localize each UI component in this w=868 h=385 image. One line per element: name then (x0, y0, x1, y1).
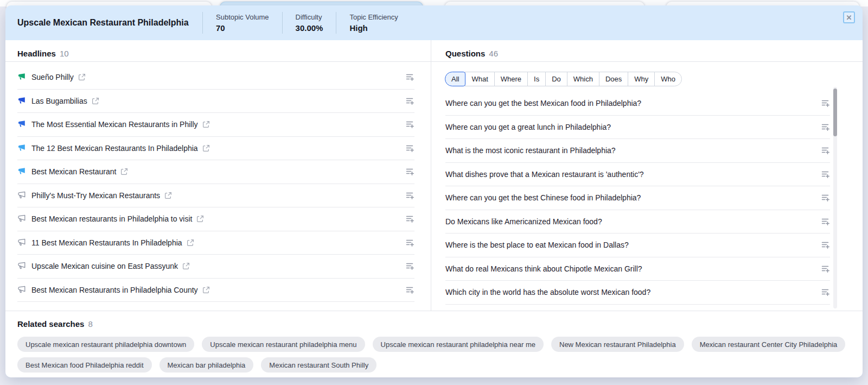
external-link-icon[interactable] (196, 215, 204, 223)
headlines-count: 10 (60, 49, 69, 58)
questions-count: 46 (489, 49, 498, 58)
metric: Difficulty 30.00% (282, 5, 336, 40)
add-to-list-icon[interactable] (821, 193, 830, 202)
add-to-list-icon[interactable] (406, 191, 414, 200)
add-to-list-icon[interactable] (406, 120, 414, 129)
add-to-list-icon[interactable] (406, 144, 414, 153)
related-search-chip[interactable]: New Mexican restaurant Philadelphia (551, 337, 684, 352)
question-text: Where is the best place to eat Mexican f… (445, 241, 629, 249)
headline-link[interactable]: Best Mexican Restaurant (31, 167, 116, 176)
headline-link[interactable]: 11 Best Mexican Restaurants In Philadelp… (31, 238, 182, 247)
question-filter-button[interactable]: Do (545, 72, 567, 86)
question-filter-button[interactable]: All (445, 72, 465, 86)
question-text: What is the most iconic restaurant in Ph… (445, 146, 616, 155)
questions-scrollbar-track[interactable] (833, 87, 837, 308)
question-filter-button[interactable]: Is (527, 72, 546, 86)
megaphone-icon (17, 191, 26, 200)
add-to-list-icon[interactable] (821, 288, 830, 296)
related-search-chip[interactable]: Mexican restaurant South Philly (261, 357, 376, 373)
external-link-icon[interactable] (120, 168, 128, 175)
add-to-list-icon[interactable] (821, 99, 830, 108)
question-filter-button[interactable]: Who (654, 72, 682, 86)
add-to-list-icon[interactable] (406, 214, 414, 223)
related-searches-section: Related searches 8 Upscale mexican resta… (5, 311, 863, 377)
headline-link[interactable]: The Most Essential Mexican Restaurants i… (31, 120, 198, 129)
questions-title: Questions (445, 49, 485, 58)
headline-row: Philly's Must-Try Mexican Restaurants (17, 184, 414, 208)
close-button[interactable]: ✕ (843, 11, 855, 23)
question-filter-button[interactable]: Which (567, 72, 599, 86)
external-link-icon[interactable] (78, 73, 86, 81)
related-search-chip[interactable]: Mexican restaurant Center City Philadelp… (692, 337, 846, 352)
external-link-icon[interactable] (202, 144, 210, 152)
question-text: Which city in the world has the absolute… (445, 288, 650, 296)
megaphone-icon (17, 262, 26, 270)
questions-panel: Questions 46 All What Where Is Do (431, 40, 863, 311)
questions-scrollbar-thumb[interactable] (833, 89, 837, 136)
question-filter-button[interactable]: Where (494, 72, 528, 86)
metric-value: 70 (216, 22, 269, 34)
headline-link[interactable]: Sueño Philly (31, 73, 74, 81)
add-to-list-icon[interactable] (821, 241, 830, 249)
metric-label: Difficulty (296, 12, 323, 22)
headline-row: Best Mexican restaurants in Philadelphia… (17, 207, 414, 231)
related-search-chip[interactable]: Mexican bar philadelphia (159, 357, 254, 373)
question-row: Do Mexicans like Americanized Mexican fo… (445, 210, 830, 234)
add-to-list-icon[interactable] (406, 238, 414, 247)
external-link-icon[interactable] (202, 121, 210, 128)
close-icon: ✕ (846, 14, 852, 21)
question-filter-button[interactable]: Does (599, 72, 628, 86)
modal-content: Headlines 10 Sueño Phil (5, 40, 863, 377)
external-link-icon[interactable] (187, 239, 194, 247)
questions-header: Questions 46 (431, 40, 863, 62)
headline-link[interactable]: Best Mexican restaurants in Philadelphia… (31, 214, 192, 223)
external-link-icon[interactable] (202, 286, 210, 294)
headline-row: The Most Essential Mexican Restaurants i… (17, 113, 414, 137)
question-text: Do Mexicans like Americanized Mexican fo… (445, 217, 602, 226)
question-text: Where can you get the best Chinese food … (445, 193, 641, 202)
add-to-list-icon[interactable] (406, 262, 414, 270)
headline-link[interactable]: The 12 Best Mexican Restaurants In Phila… (31, 144, 198, 153)
add-to-list-icon[interactable] (406, 167, 414, 176)
add-to-list-icon[interactable] (821, 264, 830, 273)
metric-value: 30.00% (296, 22, 323, 34)
headline-row: Best Mexican Restaurant (17, 160, 414, 184)
headline-link[interactable]: Upscale Mexican cuisine on East Passyunk (31, 262, 178, 270)
metric-label: Subtopic Volume (216, 12, 269, 22)
related-searches-chips: Upscale mexican restaurant philadelphia … (17, 337, 848, 373)
add-to-list-icon[interactable] (821, 146, 830, 155)
related-search-chip[interactable]: Upscale mexican restaurant philadelphia … (373, 337, 544, 352)
megaphone-icon (17, 214, 26, 223)
headline-row: Sueño Philly (17, 66, 414, 90)
related-search-chip[interactable]: Upscale mexican restaurant philadelphia … (202, 337, 365, 352)
add-to-list-icon[interactable] (406, 97, 414, 105)
question-text: Where can you get the best Mexican food … (445, 99, 641, 108)
external-link-icon[interactable] (182, 262, 190, 270)
megaphone-icon (17, 73, 26, 81)
question-filter-button[interactable]: Why (628, 72, 655, 86)
headlines-list: Sueño Philly (5, 62, 431, 302)
headlines-header: Headlines 10 (5, 40, 431, 62)
question-filter-button[interactable]: What (465, 72, 494, 86)
headline-row: 11 Best Mexican Restaurants In Philadelp… (17, 231, 414, 255)
megaphone-icon (17, 167, 26, 176)
add-to-list-icon[interactable] (821, 217, 830, 226)
add-to-list-icon[interactable] (406, 286, 414, 294)
add-to-list-icon[interactable] (406, 73, 414, 81)
add-to-list-icon[interactable] (821, 123, 830, 131)
external-link-icon[interactable] (92, 97, 99, 105)
external-link-icon[interactable] (164, 192, 172, 199)
question-row: What dishes prove that a Mexican restaur… (445, 163, 830, 187)
related-search-chip[interactable]: Best Mexican food Philadelphia reddit (17, 357, 152, 373)
metric-value: High (349, 22, 398, 34)
question-row: What do real Mexicans think about Chipot… (445, 257, 830, 281)
headline-link[interactable]: Best Mexican Restaurants in Philadelphia… (31, 286, 198, 294)
related-searches-count: 8 (88, 319, 92, 329)
megaphone-icon (17, 144, 26, 153)
metric: Topic Efficiency High (336, 5, 411, 40)
headline-link[interactable]: Philly's Must-Try Mexican Restaurants (31, 191, 160, 200)
headline-link[interactable]: Las Bugambilias (31, 97, 87, 105)
question-text: What dishes prove that a Mexican restaur… (445, 170, 644, 179)
add-to-list-icon[interactable] (821, 170, 830, 179)
related-search-chip[interactable]: Upscale mexican restaurant philadelphia … (17, 337, 194, 352)
